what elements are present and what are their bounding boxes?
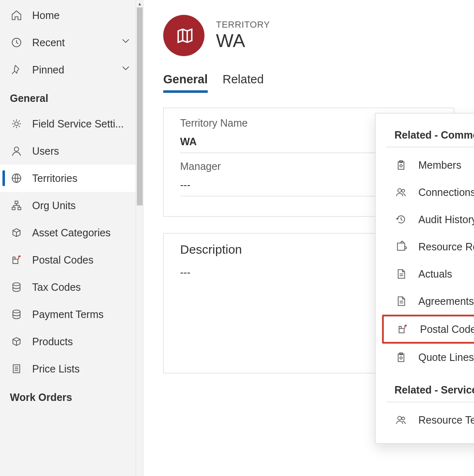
org-icon [10, 199, 23, 212]
related-item-quote-lines[interactable]: Quote Lines [382, 344, 474, 371]
related-item-label: Agreements [418, 295, 474, 307]
sidebar-item-org-units[interactable]: Org Units [0, 192, 143, 219]
doclist-icon [10, 362, 23, 375]
sidebar-item-label: Postal Codes [32, 254, 94, 266]
home-icon [10, 9, 23, 22]
related-item-label: Actuals [418, 268, 452, 280]
sidebar-item-home[interactable]: Home [0, 2, 143, 29]
sidebar: Home Recent Pinned General Field Service… [0, 0, 143, 476]
sidebar-item-pinned[interactable]: Pinned [0, 56, 143, 83]
globe-icon [10, 172, 23, 185]
stack-icon [10, 308, 23, 321]
sidebar-section-general: General [0, 83, 143, 110]
related-item-audit-history[interactable]: Audit History [382, 206, 474, 233]
chevron-down-icon [121, 64, 131, 76]
document-icon [394, 267, 408, 280]
sidebar-item-asset-categories[interactable]: Asset Categories [0, 219, 143, 246]
related-item-connections[interactable]: Connections [382, 179, 474, 206]
related-item-actuals[interactable]: Actuals [382, 260, 474, 287]
sidebar-item-products[interactable]: Products [0, 328, 143, 355]
sidebar-item-postal-codes[interactable]: Postal Codes [0, 246, 143, 273]
sidebar-item-price-lists[interactable]: Price Lists [0, 355, 143, 382]
history-icon [394, 213, 408, 226]
sidebar-item-label: Price Lists [32, 363, 80, 375]
cube-icon [10, 335, 23, 348]
related-item-label: Resource Requirements [418, 241, 474, 253]
people-icon [394, 413, 408, 427]
territory-avatar [163, 15, 204, 56]
related-item-members[interactable]: Members [382, 151, 474, 179]
stack-icon [10, 280, 23, 294]
mailbox-icon [396, 323, 409, 336]
people-icon [394, 186, 408, 199]
scroll-up-icon[interactable]: ▴ [136, 0, 143, 7]
tabs: General Related [163, 73, 454, 93]
sidebar-item-label: Users [32, 145, 59, 157]
related-item-resource-territories[interactable]: Resource Territories [382, 406, 474, 434]
sidebar-item-users[interactable]: Users [0, 137, 143, 165]
related-item-label: Postal Codes [420, 323, 474, 335]
sidebar-scrollbar[interactable]: ▴ [136, 0, 143, 476]
sidebar-item-label: Pinned [32, 64, 64, 76]
box-icon [10, 226, 23, 239]
sidebar-item-label: Asset Categories [32, 227, 110, 239]
sidebar-item-label: Products [32, 336, 73, 348]
related-item-resource-requirements[interactable]: Resource Requirements [382, 233, 474, 260]
related-menu: Related - Common Members Connections Aud… [375, 113, 474, 444]
document-icon [394, 295, 408, 308]
clipboard-gear-icon [394, 158, 408, 172]
sidebar-item-field-service-settings[interactable]: Field Service Setti... [0, 110, 143, 137]
sidebar-section-work-orders: Work Orders [0, 382, 143, 409]
tab-related[interactable]: Related [223, 73, 264, 93]
record-type-label: TERRITORY [216, 19, 270, 30]
sidebar-item-tax-codes[interactable]: Tax Codes [0, 273, 143, 301]
map-icon [175, 26, 193, 45]
puzzle-icon [394, 240, 408, 253]
gear-icon [10, 117, 23, 130]
sidebar-item-label: Org Units [32, 200, 76, 212]
sidebar-item-label: Field Service Setti... [32, 118, 124, 130]
sidebar-item-label: Tax Codes [32, 281, 81, 293]
related-item-agreements[interactable]: Agreements [382, 287, 474, 315]
mailbox-icon [10, 253, 23, 266]
related-item-label: Audit History [418, 214, 474, 226]
sidebar-item-payment-terms[interactable]: Payment Terms [0, 301, 143, 328]
clipboard-gear-icon [394, 351, 408, 364]
main-content: TERRITORY WA General Related Territory N… [143, 0, 474, 476]
sidebar-item-label: Payment Terms [32, 309, 103, 320]
sidebar-item-label: Territories [32, 172, 77, 184]
sidebar-item-territories[interactable]: Territories [0, 165, 143, 192]
user-icon [10, 144, 23, 158]
chevron-down-icon [121, 36, 131, 49]
related-item-label: Connections [418, 186, 474, 198]
active-indicator [2, 170, 5, 186]
sidebar-item-recent[interactable]: Recent [0, 29, 143, 56]
pin-icon [10, 63, 23, 76]
related-item-label: Resource Territories [418, 414, 474, 426]
clock-icon [10, 36, 23, 49]
sidebar-item-label: Home [32, 9, 60, 21]
related-group-common: Related - Common [386, 123, 474, 147]
scrollbar-thumb[interactable] [137, 7, 143, 205]
record-header: TERRITORY WA [163, 15, 454, 56]
related-item-label: Members [418, 159, 461, 171]
record-title: WA [216, 30, 270, 52]
sidebar-item-label: Recent [32, 37, 65, 49]
related-item-postal-codes[interactable]: Postal Codes [382, 315, 474, 344]
tab-general[interactable]: General [163, 73, 208, 93]
related-item-label: Quote Lines [418, 351, 474, 363]
related-group-service: Related - Service [386, 378, 474, 402]
